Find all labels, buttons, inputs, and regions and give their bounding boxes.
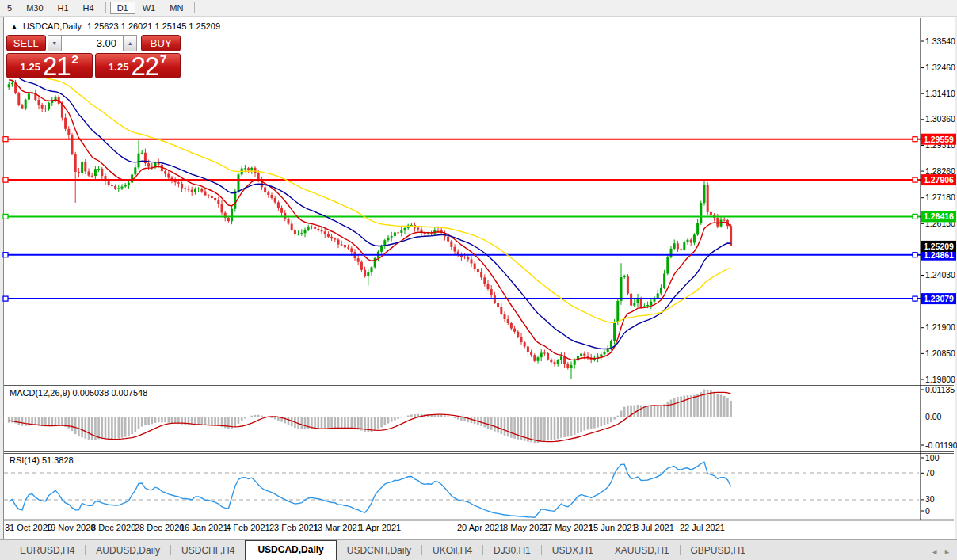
price-axis[interactable]: 1.335401.324601.314101.303601.293101.282…: [921, 36, 957, 516]
price-tick-label: 1.27180: [925, 192, 955, 202]
chart-tab-usdchf[interactable]: USDCHF,H4: [171, 542, 245, 560]
rsi-tick-label: 0: [925, 506, 930, 516]
date-label: 27 May 2021: [543, 523, 593, 532]
level-line-handle[interactable]: [913, 296, 917, 301]
chart-symbol-label: USDCAD,Daily: [23, 21, 82, 32]
date-label: 22 Jul 2021: [680, 523, 725, 532]
chart-tab-usdcad[interactable]: USDCAD,Daily: [245, 540, 336, 560]
buy-price-big: 22: [131, 56, 158, 76]
rsi-tick-label: 30: [925, 494, 935, 504]
trading-terminal: 5M30H1H4D1W1MN 1.335401.324601.314101.30…: [0, 0, 957, 560]
tab-scroll-right-icon[interactable]: ►: [944, 548, 951, 556]
chart-title: ▲ USDCAD,Daily 1.25623 1.26021 1.25145 1…: [11, 21, 220, 32]
price-tick-label: 1.30360: [925, 114, 955, 124]
date-label: 16 Jan 2021: [180, 523, 228, 532]
price-tick-label: 1.32460: [925, 63, 955, 72]
chevron-up-icon: ▲: [128, 40, 133, 46]
level-line-handle[interactable]: [3, 253, 8, 257]
date-label: 19 Nov 2020: [46, 523, 95, 532]
rsi-line: [9, 462, 730, 517]
level-line-handle[interactable]: [3, 296, 8, 301]
rsi-label: RSI(14) 51.3828: [10, 455, 74, 465]
chevron-down-icon: ▼: [51, 40, 57, 46]
price-level-label: 1.26416: [924, 211, 954, 221]
price-tick-label: 1.28260: [925, 166, 955, 176]
ma-line-mid: [9, 73, 730, 349]
date-label: 31 Oct 2020: [5, 523, 52, 532]
date-label: 1 Apr 2021: [359, 523, 401, 532]
date-label: 13 Mar 2021: [313, 523, 362, 532]
level-line-handle[interactable]: [3, 177, 8, 182]
level-line-handle[interactable]: [913, 177, 917, 182]
price-level-label: 1.29559: [924, 135, 954, 144]
collapse-panel-icon[interactable]: ▲: [11, 21, 17, 32]
date-label: 3 Jul 2021: [634, 523, 674, 532]
price-tick-label: 1.21900: [925, 322, 955, 332]
date-label: 23 Feb 2021: [269, 523, 318, 532]
chart-tab-gbpusd[interactable]: GBPUSD,H1: [681, 542, 756, 560]
tab-scroll-arrows: ◄►: [931, 548, 951, 556]
chart-tab-audusd[interactable]: AUDUSD,Daily: [86, 542, 170, 560]
sell-price-sup: 2: [72, 52, 78, 66]
macd-tick-label: 0.00: [925, 412, 942, 421]
price-tick-label: 1.24030: [925, 270, 955, 280]
price-level-label: 1.23079: [924, 294, 954, 303]
tab-scroll-left-icon[interactable]: ◄: [931, 548, 938, 556]
macd-label: MACD(12,26,9) 0.005038 0.007548: [10, 388, 147, 398]
date-label: 20 Apr 2021: [457, 523, 504, 532]
macd-tick-label: 0.01135: [925, 385, 955, 394]
sell-price-big: 21: [43, 56, 71, 76]
price-level-label: 1.27906: [924, 175, 954, 185]
rsi-tick-label: 70: [925, 468, 935, 478]
chart-tab-dj30[interactable]: DJ30,H1: [483, 542, 541, 560]
date-label: 15 Jun 2021: [589, 523, 637, 532]
price-tick-label: 1.19800: [925, 375, 955, 384]
volume-decrease-button[interactable]: ▼: [48, 35, 63, 51]
sell-price-button[interactable]: 1.25 21 2: [6, 53, 93, 78]
sell-button[interactable]: SELL: [6, 35, 46, 51]
rsi-tick-label: 100: [925, 453, 940, 463]
chart-tab-xauusd[interactable]: XAUUSD,H1: [604, 542, 680, 560]
chart-tab-usdcnh[interactable]: USDCNH,Daily: [337, 542, 421, 560]
macd-tick-label: -0.01190: [925, 440, 957, 450]
chart-ohlc-values: 1.25623 1.26021 1.25145 1.25209: [87, 21, 220, 32]
date-axis[interactable]: 31 Oct 202019 Nov 20208 Dec 202028 Dec 2…: [5, 523, 725, 532]
date-label: 8 May 2021: [503, 523, 548, 532]
chart-plot[interactable]: 1.335401.324601.314101.303601.293101.282…: [0, 0, 957, 560]
one-click-trading-panel: SELL ▼ 3.00 ▲ BUY 1.25 21 2 1.25 22 7: [6, 35, 181, 78]
price-tick-label: 1.33540: [925, 36, 955, 46]
level-line-handle[interactable]: [913, 214, 917, 219]
buy-price-button[interactable]: 1.25 22 7: [95, 53, 181, 78]
volume-input[interactable]: 3.00: [62, 35, 123, 51]
buy-price-sup: 7: [160, 52, 166, 66]
price-tick-label: 1.31410: [925, 89, 955, 98]
sell-price-main: 1.25: [21, 61, 40, 73]
chart-tab-usdx[interactable]: USDX,H1: [542, 542, 604, 560]
macd-signal-line: [9, 392, 730, 441]
chart-tab-eurusd[interactable]: EURUSD,H4: [10, 542, 85, 560]
date-label: 4 Feb 2021: [226, 523, 270, 532]
chart-tab-ukoil[interactable]: UKOil,H4: [422, 542, 482, 560]
date-label: 8 Dec 2020: [91, 523, 135, 532]
buy-price-main: 1.25: [109, 61, 128, 73]
level-line-handle[interactable]: [3, 137, 8, 142]
rsi-pane: [4, 462, 919, 517]
level-line-handle[interactable]: [3, 214, 8, 219]
buy-button[interactable]: BUY: [141, 35, 181, 51]
ma-line-slow: [9, 67, 730, 322]
level-line-handle[interactable]: [913, 137, 917, 142]
level-line-handle[interactable]: [913, 253, 917, 257]
chart-tabbar: EURUSD,H4AUDUSD,DailyUSDCHF,H4USDCAD,Dai…: [0, 539, 957, 560]
price-level-label: 1.25209: [924, 242, 954, 251]
volume-increase-button[interactable]: ▲: [123, 35, 138, 51]
price-tick-label: 1.20850: [925, 349, 955, 358]
date-label: 28 Dec 2020: [135, 523, 184, 532]
